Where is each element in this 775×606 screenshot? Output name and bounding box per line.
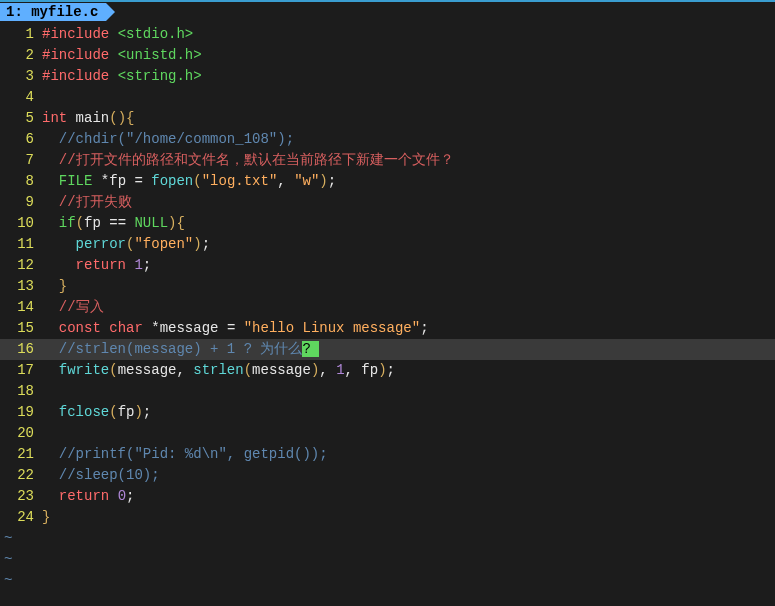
token-hdr: <unistd.h> (118, 47, 202, 63)
code-line[interactable]: 16 //strlen(message) + 1 ? 为什么? (0, 339, 775, 360)
line-code[interactable]: return 1; (42, 255, 775, 276)
line-code[interactable]: fwrite(message, strlen(message), 1, fp); (42, 360, 775, 381)
token-id (92, 173, 100, 189)
line-code[interactable]: #include <unistd.h> (42, 45, 775, 66)
line-number: 1 (0, 24, 42, 45)
line-code[interactable]: //打开失败 (42, 192, 775, 213)
token-hdr: <string.h> (118, 68, 202, 84)
code-line[interactable]: 14 //写入 (0, 297, 775, 318)
token-op: * (101, 173, 109, 189)
code-line[interactable]: 19 fclose(fp); (0, 402, 775, 423)
line-number: 4 (0, 87, 42, 108)
editor-area[interactable]: 1#include <stdio.h>2#include <unistd.h>3… (0, 22, 775, 593)
line-code[interactable]: //打开文件的路径和文件名，默认在当前路径下新建一个文件？ (42, 150, 775, 171)
line-code[interactable]: FILE *fp = fopen("log.txt", "w"); (42, 171, 775, 192)
token-id: main (67, 110, 109, 126)
token-cm: //strlen(message) + 1 ? 为什么 (59, 341, 303, 357)
token-kwg: if (59, 215, 76, 231)
line-code[interactable]: if(fp == NULL){ (42, 213, 775, 234)
token-op: = (134, 173, 142, 189)
line-number: 11 (0, 234, 42, 255)
line-code[interactable]: int main(){ (42, 108, 775, 129)
token-pn: ( (193, 173, 201, 189)
token-pn: ( (76, 215, 84, 231)
token-str: "fopen" (134, 236, 193, 252)
line-code[interactable]: perror("fopen"); (42, 234, 775, 255)
line-code[interactable]: } (42, 276, 775, 297)
line-code[interactable] (42, 423, 775, 444)
token-pp: #include (42, 47, 118, 63)
token-pn: ) (134, 404, 142, 420)
token-id (42, 152, 59, 168)
line-number: 24 (0, 507, 42, 528)
token-op: * (151, 320, 159, 336)
code-line[interactable]: 5int main(){ (0, 108, 775, 129)
empty-line-tilde: ~ (0, 528, 775, 549)
token-id: message (118, 362, 177, 378)
code-line[interactable]: 2#include <unistd.h> (0, 45, 775, 66)
code-line[interactable]: 20 (0, 423, 775, 444)
tab-label: 1: myfile.c (6, 4, 98, 20)
token-id (42, 362, 59, 378)
code-line[interactable]: 11 perror("fopen"); (0, 234, 775, 255)
token-id (42, 341, 59, 357)
token-id (143, 173, 151, 189)
line-code[interactable]: //strlen(message) + 1 ? 为什么? (42, 339, 775, 360)
line-number: 17 (0, 360, 42, 381)
code-line[interactable]: 13 } (0, 276, 775, 297)
line-code[interactable]: const char *message = "hello Linux messa… (42, 318, 775, 339)
line-code[interactable]: //写入 (42, 297, 775, 318)
token-op: ; (126, 488, 134, 504)
token-op: ; (202, 236, 210, 252)
line-code[interactable]: } (42, 507, 775, 528)
code-line[interactable]: 8 FILE *fp = fopen("log.txt", "w"); (0, 171, 775, 192)
line-code[interactable] (42, 381, 775, 402)
line-code[interactable]: return 0; (42, 486, 775, 507)
line-code[interactable]: //printf("Pid: %d\n", getpid()); (42, 444, 775, 465)
token-num: 1 (134, 257, 142, 273)
token-pn: ) (319, 173, 327, 189)
line-code[interactable] (42, 87, 775, 108)
code-line[interactable]: 4 (0, 87, 775, 108)
code-line[interactable]: 9 //打开失败 (0, 192, 775, 213)
token-id (42, 446, 59, 462)
line-code[interactable]: //sleep(10); (42, 465, 775, 486)
token-op: ; (420, 320, 428, 336)
line-number: 15 (0, 318, 42, 339)
line-number: 13 (0, 276, 42, 297)
token-op: ; (143, 404, 151, 420)
line-code[interactable]: //chdir("/home/common_108"); (42, 129, 775, 150)
token-pp: #include (42, 26, 118, 42)
line-code[interactable]: fclose(fp); (42, 402, 775, 423)
token-pn: ) (378, 362, 386, 378)
token-op: , (277, 173, 294, 189)
token-id: message (252, 362, 311, 378)
code-line[interactable]: 10 if(fp == NULL){ (0, 213, 775, 234)
code-line[interactable]: 15 const char *message = "hello Linux me… (0, 318, 775, 339)
tab-file[interactable]: 1: myfile.c (0, 3, 106, 21)
code-line[interactable]: 6 //chdir("/home/common_108"); (0, 129, 775, 150)
code-line[interactable]: 22 //sleep(10); (0, 465, 775, 486)
code-line[interactable]: 18 (0, 381, 775, 402)
code-line[interactable]: 7 //打开文件的路径和文件名，默认在当前路径下新建一个文件？ (0, 150, 775, 171)
line-code[interactable]: #include <string.h> (42, 66, 775, 87)
code-line[interactable]: 3#include <string.h> (0, 66, 775, 87)
token-id (101, 320, 109, 336)
token-id (42, 278, 59, 294)
token-kw: const (59, 320, 101, 336)
token-id (42, 488, 59, 504)
code-line[interactable]: 21 //printf("Pid: %d\n", getpid()); (0, 444, 775, 465)
line-code[interactable]: #include <stdio.h> (42, 24, 775, 45)
token-id (42, 467, 59, 483)
code-line[interactable]: 12 return 1; (0, 255, 775, 276)
code-line[interactable]: 17 fwrite(message, strlen(message), 1, f… (0, 360, 775, 381)
line-number: 18 (0, 381, 42, 402)
code-line[interactable]: 1#include <stdio.h> (0, 24, 775, 45)
code-line[interactable]: 23 return 0; (0, 486, 775, 507)
token-fn: fopen (151, 173, 193, 189)
token-pp: #include (42, 68, 118, 84)
line-number: 3 (0, 66, 42, 87)
code-line[interactable]: 24} (0, 507, 775, 528)
token-id: fp (118, 404, 135, 420)
token-cur-hl: ? (302, 341, 319, 357)
